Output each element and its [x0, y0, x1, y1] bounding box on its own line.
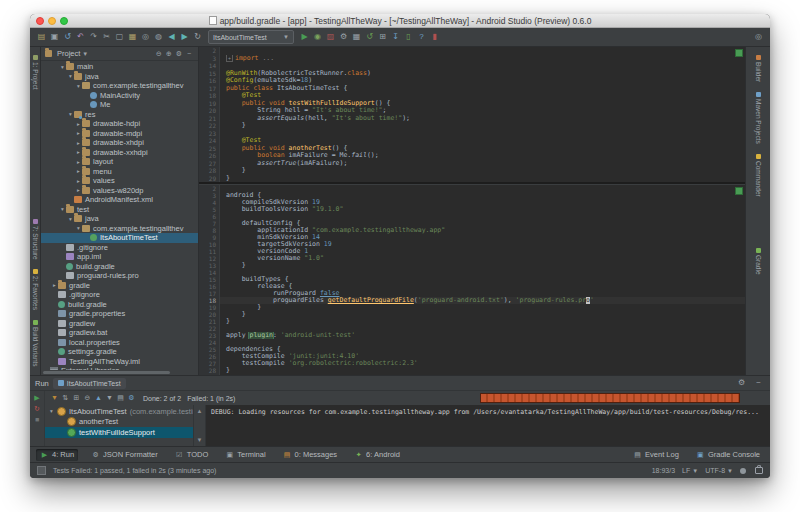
code-line[interactable]: 15@RunWith(RobolectricTestRunner.class)	[199, 70, 745, 78]
toolwindow-button-event-log[interactable]: ▤Event Log	[629, 449, 683, 461]
line-number[interactable]: 17	[199, 85, 220, 93]
collapse-all-icon[interactable]: ⊖	[154, 48, 164, 60]
titlebar[interactable]: app/build.gradle - [app] - TestingAllThe…	[30, 14, 770, 28]
line-number[interactable]: 2	[199, 185, 220, 192]
lock-icon[interactable]	[755, 467, 763, 474]
hide-passed-icon[interactable]: ▼	[49, 392, 60, 404]
close-button[interactable]	[36, 17, 44, 25]
tree-item-build-gradle[interactable]: build.gradle	[41, 300, 198, 310]
toolwindow-button-4-run[interactable]: ▶4: Run	[36, 449, 78, 461]
toolwindow-button-6-android[interactable]: ✦6: Android	[350, 449, 404, 461]
horizontal-scrollbar[interactable]	[41, 370, 198, 375]
line-number[interactable]: 20	[199, 311, 220, 318]
editor-pane-build-gradle[interactable]: 23android {4 compileSdkVersion 195 build…	[199, 185, 745, 375]
expand-arrow-icon[interactable]: ▸	[75, 168, 82, 174]
line-number[interactable]: 11	[199, 248, 220, 255]
caret-position[interactable]: 18:93/3	[652, 467, 675, 474]
toolwindow-button-gradle[interactable]: Gradle	[755, 248, 762, 275]
code-line[interactable]: 24	[199, 339, 745, 346]
code-line[interactable]: 11 versionCode 1	[199, 248, 745, 255]
expand-arrow-icon[interactable]: ▸	[51, 282, 58, 288]
tree-item-app-iml[interactable]: app.iml	[41, 252, 198, 262]
tree-item-com-example-testingallthev[interactable]: ▾com.example.testingallthev	[41, 224, 198, 234]
project-structure-icon[interactable]: ▦	[350, 31, 363, 43]
sort-icon[interactable]: ⇅	[60, 392, 71, 404]
code-line[interactable]: 28 }	[199, 167, 745, 175]
tree-item-drawable-xhdpi[interactable]: ▸drawable-xhdpi	[41, 138, 198, 148]
line-number[interactable]: 7	[199, 220, 220, 227]
expand-arrow-icon[interactable]: ▸	[75, 159, 82, 165]
code-line[interactable]: 16 release {	[199, 283, 745, 290]
collapse-all-icon[interactable]: ⊖	[82, 392, 93, 404]
line-number[interactable]: 26	[199, 353, 220, 360]
gradle-sync-icon[interactable]: ↺	[363, 31, 376, 43]
line-number[interactable]: 20	[199, 107, 220, 115]
toolwindow-button-0-messages[interactable]: ▤0: Messages	[279, 449, 342, 461]
line-number[interactable]: 3	[199, 192, 220, 199]
tree-item-res[interactable]: ▾res	[41, 110, 198, 120]
tree-item-androidmanifest-xml[interactable]: AndroidManifest.xml	[41, 195, 198, 205]
rerun-failed-icon[interactable]: ↻	[31, 404, 43, 414]
toolwindow-button-build-variants[interactable]: Build Variants	[32, 320, 39, 367]
tree-item-proguard-rules-pro[interactable]: proguard-rules.pro	[41, 271, 198, 281]
expand-arrow-icon[interactable]: ▸	[75, 130, 82, 136]
line-number[interactable]: 23	[199, 332, 220, 339]
line-number[interactable]: 15	[199, 276, 220, 283]
run-icon[interactable]: ▶	[298, 31, 311, 43]
toolwindow-button-1-project[interactable]: 1: Project	[32, 55, 39, 89]
code-line[interactable]: 20 String hell = "It's about time!";	[199, 107, 745, 115]
line-number[interactable]: 15	[199, 70, 220, 78]
test-item-testwithfullidesupport[interactable]: testWithFullIdeSupport	[45, 427, 193, 438]
expand-arrow-icon[interactable]: ▾	[59, 64, 66, 70]
line-number[interactable]: 29	[199, 374, 220, 375]
code-line[interactable]: 26 boolean imAFailure = Me.fail();	[199, 152, 745, 160]
run-config-select[interactable]: ItsAboutTimeTest ▼	[208, 30, 294, 44]
code-line[interactable]: 22	[199, 325, 745, 332]
monitor-icon[interactable]: ▮	[428, 31, 441, 43]
code-line[interactable]: 9 minSdkVersion 14	[199, 234, 745, 241]
toolwindow-button-gradle-console[interactable]: ▣Gradle Console	[692, 449, 764, 461]
next-failed-icon[interactable]: ▼	[104, 392, 115, 404]
line-number[interactable]: 19	[199, 100, 220, 108]
tree-item-gradle-properties[interactable]: gradle.properties	[41, 309, 198, 319]
line-number[interactable]: 4	[199, 199, 220, 206]
line-number[interactable]: 23	[199, 130, 220, 138]
sync-icon[interactable]: ↺	[61, 31, 74, 43]
sdk-manager-icon[interactable]: ↧	[389, 31, 402, 43]
code-line[interactable]: 19 public void testWithFullIdeSupport() …	[199, 100, 745, 108]
tree-item-layout[interactable]: ▸layout	[41, 157, 198, 167]
scroll-down-icon[interactable]: ▼	[197, 437, 203, 443]
line-number[interactable]: 14	[199, 269, 220, 276]
code-line[interactable]: 25 public void anotherTest() {	[199, 145, 745, 153]
code-line[interactable]: 6	[199, 213, 745, 220]
code-line[interactable]: 14	[199, 269, 745, 276]
code-line[interactable]: 19 }	[199, 304, 745, 311]
line-number[interactable]: 29	[199, 175, 220, 183]
line-number[interactable]: 25	[199, 145, 220, 153]
line-number[interactable]: 26	[199, 152, 220, 160]
expand-arrow-icon[interactable]: ▾	[75, 83, 82, 89]
line-number[interactable]: 19	[199, 304, 220, 311]
code-line[interactable]: 21}	[199, 318, 745, 325]
expand-arrow-icon[interactable]: ▸	[75, 140, 82, 146]
line-number[interactable]: 18	[199, 297, 220, 304]
code-line[interactable]: 25dependencies {	[199, 346, 745, 353]
line-number[interactable]: 3	[199, 55, 220, 63]
code-line[interactable]: 23apply plugin: 'android-unit-test'	[199, 332, 745, 339]
tree-item-gradlew-bat[interactable]: gradlew.bat	[41, 328, 198, 338]
line-number[interactable]: 28	[199, 167, 220, 175]
tree-item-menu[interactable]: ▸menu	[41, 167, 198, 177]
tree-item-itsabouttimetest[interactable]: ItsAboutTimeTest	[41, 233, 198, 243]
chevron-down-icon[interactable]: ▼	[82, 51, 88, 57]
code-line[interactable]: 16@Config(emulateSdk=18)	[199, 77, 745, 85]
line-number[interactable]: 24	[199, 339, 220, 346]
code-line[interactable]: 3+import ...	[199, 55, 745, 63]
search-everywhere-icon[interactable]: ◎	[752, 31, 765, 43]
tree-item-values-w820dp[interactable]: ▸values-w820dp	[41, 186, 198, 196]
tree-item-values[interactable]: ▸values	[41, 176, 198, 186]
expand-arrow-icon[interactable]: ▾	[48, 408, 55, 414]
code-line[interactable]: 29}	[199, 175, 745, 183]
paste-icon[interactable]: ▦	[126, 31, 139, 43]
prev-failed-icon[interactable]: ▲	[93, 392, 104, 404]
test-settings-icon[interactable]: ⚙	[126, 392, 137, 404]
